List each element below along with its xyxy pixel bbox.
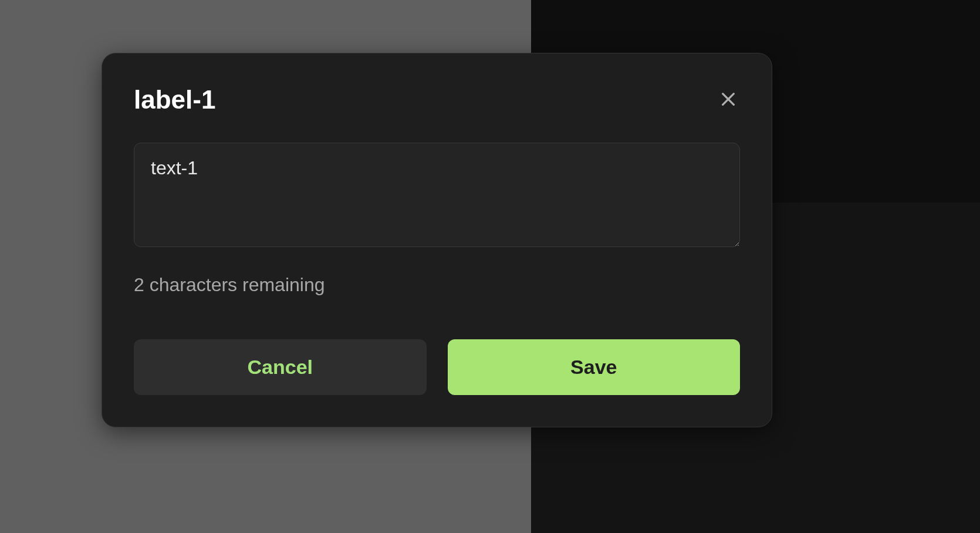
close-button[interactable]: [717, 87, 740, 113]
save-button[interactable]: Save: [448, 339, 741, 395]
edit-dialog: label-1 2 characters remaining Cancel Sa…: [102, 53, 772, 427]
modal-header: label-1: [134, 85, 740, 114]
characters-remaining-label: 2 characters remaining: [134, 274, 740, 296]
close-icon: [719, 90, 738, 110]
cancel-button[interactable]: Cancel: [134, 339, 427, 395]
modal-title: label-1: [134, 85, 215, 114]
button-row: Cancel Save: [134, 339, 740, 395]
text-input[interactable]: [134, 143, 740, 247]
